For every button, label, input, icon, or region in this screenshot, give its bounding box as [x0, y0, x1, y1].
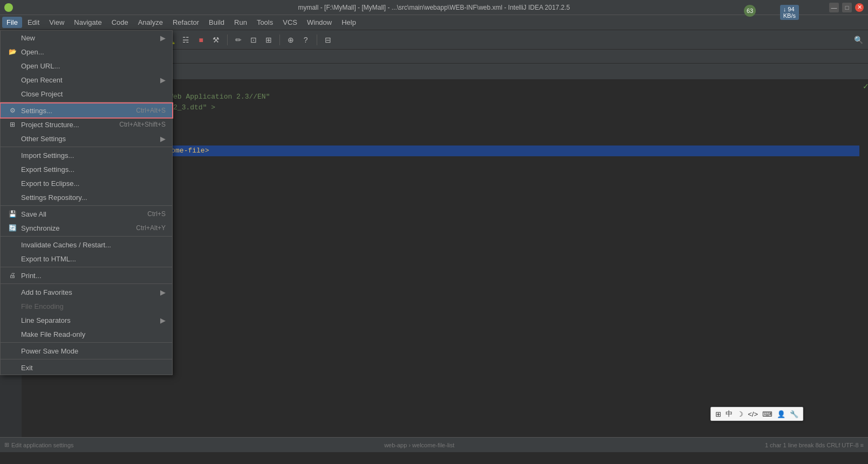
menu-item-open-url-label: Open URL... [21, 62, 60, 70]
menu-item-close-project[interactable]: Close Project [1, 87, 172, 101]
menu-sep-5 [1, 267, 172, 267]
menu-item-export-settings-label: Export Settings... [21, 165, 74, 174]
toolbar-separator-4 [227, 34, 228, 45]
database-button[interactable]: ⊡ [247, 33, 260, 46]
menu-item-synchronize-label: Synchronize [21, 224, 60, 232]
minimize-button[interactable]: — [829, 3, 839, 12]
menu-item-open-label: Open... [21, 48, 44, 56]
project-button[interactable]: ⊟ [322, 33, 334, 46]
menu-item-project-structure[interactable]: ⊞ Project Structure... Ctrl+Alt+Shift+S [1, 117, 172, 131]
close-button[interactable]: ✕ [855, 3, 864, 12]
bottom-path-text: web-app › welcome-file-list [384, 442, 454, 448]
line-sep-arrow-icon: ▶ [160, 316, 166, 324]
float-lang-icon[interactable]: 中 [725, 409, 734, 419]
menu-item-export-html[interactable]: Export to HTML... [1, 252, 172, 266]
menu-item-add-favorites-label: Add to Favorites [21, 288, 72, 296]
menu-item-settings-repo[interactable]: Settings Repository... [1, 190, 172, 204]
menu-refactor[interactable]: Refactor [168, 17, 203, 28]
edit-config-button[interactable]: ✏ [232, 33, 245, 46]
menu-item-open[interactable]: 📂 Open... [1, 45, 172, 59]
menu-item-exit[interactable]: Exit [1, 361, 172, 375]
menu-item-export-eclipse[interactable]: Export to Eclipse... [1, 176, 172, 190]
menu-item-line-separators[interactable]: Line Separators ▶ [1, 313, 172, 327]
menu-build[interactable]: Build [204, 17, 229, 28]
edit-settings-label: ⊞ Edit application settings [4, 441, 74, 448]
menu-bar: File Edit View Navigate Code Analyze Ref… [0, 15, 868, 30]
menu-item-settings-repo-label: Settings Repository... [21, 193, 87, 202]
help-button[interactable]: ? [299, 33, 312, 46]
menu-item-new-label: New [21, 34, 35, 42]
menu-sep-2 [1, 147, 172, 147]
print-icon: 🖨 [7, 272, 18, 279]
menu-item-power-save[interactable]: Power Save Mode [1, 344, 172, 358]
validation-icon: ✓ [863, 82, 868, 91]
synchronize-shortcut: Ctrl+Alt+Y [136, 224, 166, 232]
menu-item-print-label: Print... [21, 272, 42, 280]
favorites-arrow-icon: ▶ [160, 288, 166, 296]
sync-icon: 🔄 [7, 224, 18, 232]
settings-gear-icon: ⚙ [7, 107, 18, 114]
menu-item-invalidate[interactable]: Invalidate Caches / Restart... [1, 238, 172, 252]
menu-item-save-all[interactable]: 💾 Save All Ctrl+S [1, 207, 172, 221]
stop-button[interactable]: ■ [195, 33, 208, 46]
menu-tools[interactable]: Tools [252, 17, 277, 28]
menu-item-file-encoding: File Encoding [1, 299, 172, 313]
app-logo [4, 3, 13, 12]
file-menu-dropdown: New ▶ 📂 Open... Open URL... Open Recent … [0, 30, 173, 375]
recent-arrow-icon: ▶ [160, 76, 166, 84]
menu-item-open-recent[interactable]: Open Recent ▶ [1, 73, 172, 87]
menu-view[interactable]: View [45, 17, 69, 28]
menu-run[interactable]: Run [230, 17, 251, 28]
menu-item-synchronize[interactable]: 🔄 Synchronize Ctrl+Alt+Y [1, 221, 172, 235]
menu-sep-4 [1, 236, 172, 237]
bottom-path-bar: ⊞ Edit application settings web-app › we… [0, 437, 868, 452]
menu-item-power-save-label: Power Save Mode [21, 347, 78, 355]
float-moon-icon[interactable]: ☽ [736, 410, 744, 418]
menu-item-add-favorites[interactable]: Add to Favorites ▶ [1, 285, 172, 299]
task-button[interactable]: ⊞ [262, 33, 275, 46]
menu-item-other-settings[interactable]: Other Settings ▶ [1, 131, 172, 146]
menu-edit[interactable]: Edit [23, 17, 44, 28]
float-keyboard-icon[interactable]: ⌨ [761, 410, 774, 418]
menu-help[interactable]: Help [337, 17, 360, 28]
menu-item-exit-label: Exit [21, 364, 33, 372]
menu-file[interactable]: File [2, 17, 22, 28]
project-structure-icon: ⊞ [7, 121, 18, 128]
menu-item-settings[interactable]: ⚙ Settings... Ctrl+Alt+S [1, 103, 172, 117]
build-button[interactable]: ⚒ [210, 33, 223, 46]
menu-item-import-settings[interactable]: Import Settings... [1, 148, 172, 162]
title-bar: mymall - [F:\MyMall] - [MyMall] - ...\sr… [0, 0, 868, 15]
maximize-button[interactable]: □ [842, 3, 852, 12]
float-wrench-icon[interactable]: 🔧 [789, 410, 799, 418]
network-badge: ↓ 94 KB/s [780, 5, 799, 20]
menu-item-save-all-label: Save All [21, 210, 46, 218]
coverage-button[interactable]: ☵ [180, 33, 193, 46]
menu-item-make-readonly-label: Make File Read-only [21, 330, 85, 338]
bookmark-button[interactable]: ⊕ [284, 33, 297, 46]
window-controls: 63 ↓ 94 KB/s — □ ✕ [829, 3, 864, 12]
menu-item-export-settings[interactable]: Export Settings... [1, 162, 172, 176]
edit-settings-text: Edit application settings [11, 442, 74, 448]
menu-navigate[interactable]: Navigate [70, 17, 106, 28]
menu-item-open-url[interactable]: Open URL... [1, 59, 172, 73]
menu-sep-7 [1, 342, 172, 343]
new-arrow-icon: ▶ [160, 34, 166, 42]
float-code-icon[interactable]: </> [747, 410, 759, 418]
save-all-shortcut: Ctrl+S [147, 210, 166, 218]
float-person-icon[interactable]: 👤 [776, 410, 787, 418]
title-text: mymall - [F:\MyMall] - [MyMall] - ...\sr… [298, 4, 570, 11]
menu-item-invalidate-label: Invalidate Caches / Restart... [21, 241, 111, 249]
menu-item-settings-label: Settings... [21, 107, 52, 115]
menu-vcs[interactable]: VCS [278, 17, 302, 28]
menu-item-print[interactable]: 🖨 Print... [1, 268, 172, 282]
menu-item-close-project-label: Close Project [21, 90, 63, 98]
menu-item-make-readonly[interactable]: Make File Read-only [1, 327, 172, 341]
menu-code[interactable]: Code [107, 17, 133, 28]
menu-window[interactable]: Window [303, 17, 336, 28]
menu-item-new[interactable]: New ▶ [1, 31, 172, 45]
menu-item-other-settings-label: Other Settings [21, 135, 66, 143]
search-icon[interactable]: 🔍 [852, 33, 865, 46]
menu-analyze[interactable]: Analyze [134, 17, 167, 28]
menu-sep-8 [1, 359, 172, 359]
float-grid-icon[interactable]: ⊞ [714, 410, 722, 418]
